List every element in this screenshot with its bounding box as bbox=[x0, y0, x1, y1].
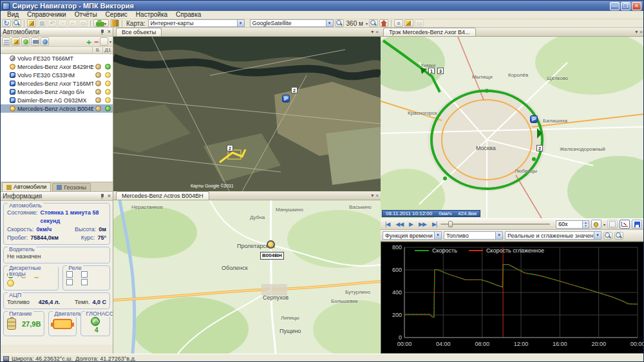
grid-button[interactable]: ▦ bbox=[37, 19, 46, 27]
vehicle-row[interactable]: Mercedes-Benz Axor Т166МТ bbox=[1, 79, 113, 88]
ruler-button[interactable]: ⌐ bbox=[68, 19, 77, 27]
slider-thumb[interactable] bbox=[448, 221, 453, 227]
track-map[interactable]: 1 3 2 P Химки Мытищи Королёв Щёлково Кра… bbox=[381, 37, 644, 218]
add-vehicle-button[interactable]: ＋ bbox=[85, 38, 93, 46]
rewind-button[interactable]: ◀◀ bbox=[393, 220, 405, 229]
view-mode-button[interactable] bbox=[100, 37, 108, 46]
track-flag[interactable]: 2 bbox=[536, 145, 543, 151]
edit-button[interactable] bbox=[27, 19, 36, 27]
paint-button[interactable] bbox=[12, 37, 20, 46]
adc-group: АЦП Топливо426,4 л.Темп.4,0 C bbox=[3, 292, 110, 309]
vehicle-row[interactable]: Daimler-Benz AG О932МХ bbox=[1, 96, 113, 104]
marker-mode-button[interactable] bbox=[591, 220, 601, 229]
pin-icon[interactable] bbox=[100, 194, 105, 199]
show-on-map-button[interactable] bbox=[21, 37, 30, 46]
close-icon[interactable]: × bbox=[375, 29, 379, 35]
close-icon[interactable]: × bbox=[639, 29, 643, 35]
column-b[interactable]: Б bbox=[92, 47, 102, 53]
chart-zoom-out-button[interactable] bbox=[614, 232, 623, 240]
chart-zoom-in-button[interactable] bbox=[603, 232, 612, 240]
map-source-combo[interactable]: Интернет-карты▾ bbox=[148, 19, 245, 27]
tab-list-icon[interactable]: ▾ bbox=[371, 193, 374, 198]
play-button[interactable]: ▶ bbox=[407, 220, 415, 229]
notes-button[interactable] bbox=[404, 19, 413, 27]
relay-checkbox-3[interactable] bbox=[66, 279, 73, 285]
close-icon[interactable]: × bbox=[375, 193, 379, 198]
undo-button[interactable]: ↶ bbox=[48, 19, 57, 27]
parking-marker[interactable]: P bbox=[530, 115, 538, 123]
satellite-map[interactable]: P 2 2 Карты Google ©2011 bbox=[113, 37, 381, 191]
parking-marker[interactable]: P bbox=[282, 95, 290, 102]
zoom-in-button[interactable] bbox=[335, 19, 344, 27]
chart-values-combo[interactable]: Реальные и сглаженные значен▾ bbox=[505, 231, 601, 240]
globe-button[interactable] bbox=[41, 37, 49, 46]
column-d1[interactable]: Д1 bbox=[102, 47, 113, 53]
refresh-button[interactable]: ↻ bbox=[2, 19, 11, 27]
speed-label: Скорость: bbox=[7, 225, 33, 234]
map-layer-combo[interactable]: GoogleSatellite▾ bbox=[250, 19, 334, 27]
vehicle-row[interactable]: Mercedes-Benz Atego б/н bbox=[1, 88, 113, 96]
follow-checkbox[interactable] bbox=[607, 220, 618, 229]
relay-checkbox-2[interactable] bbox=[81, 271, 88, 278]
playback-slider[interactable] bbox=[440, 221, 550, 227]
menu-nastroyka[interactable]: Настройка bbox=[132, 11, 171, 19]
sort-button[interactable] bbox=[2, 37, 10, 46]
camera-button[interactable] bbox=[31, 37, 39, 46]
chart-parameter-combo[interactable]: Топливо▾ bbox=[444, 231, 503, 240]
close-icon[interactable]: × bbox=[108, 193, 111, 199]
show-chart-button[interactable] bbox=[620, 220, 630, 229]
skip-start-button[interactable]: |◀ bbox=[383, 220, 392, 229]
skip-end-button[interactable]: ▶| bbox=[430, 220, 439, 229]
actros-map[interactable]: Нерастанное Манушкино Васькино Дубна Про… bbox=[113, 200, 381, 354]
close-button[interactable]: × bbox=[632, 2, 641, 10]
relay-checkbox-1[interactable] bbox=[66, 271, 73, 278]
legend-button[interactable]: ≡ bbox=[394, 19, 403, 27]
chevron-down-icon[interactable]: ▾ bbox=[603, 222, 605, 227]
chevron-down-icon[interactable]: ▾ bbox=[366, 21, 368, 26]
vehicle-marker[interactable] bbox=[267, 240, 275, 249]
scale-value[interactable]: 360 м bbox=[345, 20, 365, 27]
tab-vehicles[interactable]: Автомобили bbox=[2, 182, 51, 191]
fuel-chart[interactable]: 020040060080000:0004:0008:0012:0016:0020… bbox=[381, 242, 644, 354]
vehicle-row[interactable]: Volvo FE320 Т666МТ bbox=[1, 54, 113, 62]
relay-checkbox-4[interactable] bbox=[81, 279, 88, 285]
extra-button[interactable]: ▭ bbox=[415, 19, 424, 27]
tab-list-icon[interactable]: ▾ bbox=[371, 29, 374, 35]
vehicle-row[interactable]: Mercedes-Benz Axor В429НВ bbox=[1, 62, 113, 71]
home-button[interactable] bbox=[379, 19, 388, 27]
save-button[interactable] bbox=[632, 220, 642, 229]
tab-geozones[interactable]: Геозоны bbox=[52, 183, 91, 191]
remove-vehicle-button[interactable]: − bbox=[94, 39, 99, 45]
menu-vid[interactable]: Вид bbox=[3, 11, 23, 19]
tab-list-icon[interactable]: ▾ bbox=[635, 29, 638, 35]
close-icon[interactable]: × bbox=[108, 29, 111, 35]
zoom-out-button[interactable] bbox=[369, 19, 378, 27]
track-flag[interactable]: 1 bbox=[428, 68, 435, 74]
menu-otchety[interactable]: Отчёты bbox=[71, 11, 101, 19]
tab-actros-map[interactable]: Mercedes-Benz Actros В004ВН bbox=[116, 191, 209, 200]
playback-speed-spinner[interactable]: 60x▴▾ bbox=[556, 220, 589, 229]
search-button[interactable] bbox=[12, 19, 21, 27]
chart-mode-combo[interactable]: Функция времени▾ bbox=[383, 231, 442, 240]
pin-icon[interactable] bbox=[100, 30, 105, 35]
minimize-button[interactable]: — bbox=[610, 2, 620, 10]
menu-servis[interactable]: Сервис bbox=[102, 11, 131, 19]
marker-badge[interactable]: 2 bbox=[227, 145, 233, 151]
glonass-gps-icon bbox=[91, 317, 100, 326]
spin-down-icon[interactable]: ▾ bbox=[583, 224, 589, 228]
tab-track[interactable]: Трэк Mercedes-Benz Axor В4... bbox=[383, 28, 476, 36]
chevron-down-icon[interactable]: ▾ bbox=[109, 39, 111, 44]
vehicle-dropdown-button[interactable]: ▾ bbox=[93, 19, 109, 27]
menu-spravka[interactable]: Справка bbox=[172, 11, 205, 19]
marker-badge[interactable]: 2 bbox=[291, 87, 298, 93]
maximize-button[interactable]: ❐ bbox=[621, 2, 630, 10]
fast-forward-button[interactable]: ▶▶ bbox=[417, 220, 428, 229]
menu-spravochniki[interactable]: Справочники bbox=[23, 11, 70, 19]
marker-button[interactable]: ◦ bbox=[58, 19, 67, 27]
chart-button[interactable] bbox=[110, 19, 119, 27]
vehicle-row-selected[interactable]: Mercedes-Benz Actros В004ВН bbox=[1, 104, 113, 113]
tab-all-objects[interactable]: Все объекты bbox=[116, 28, 162, 36]
area-button[interactable]: ▭ bbox=[79, 19, 88, 27]
vehicle-row[interactable]: Volvo FE320 С533НМ bbox=[1, 71, 113, 79]
track-flag[interactable]: 3 bbox=[437, 68, 444, 74]
